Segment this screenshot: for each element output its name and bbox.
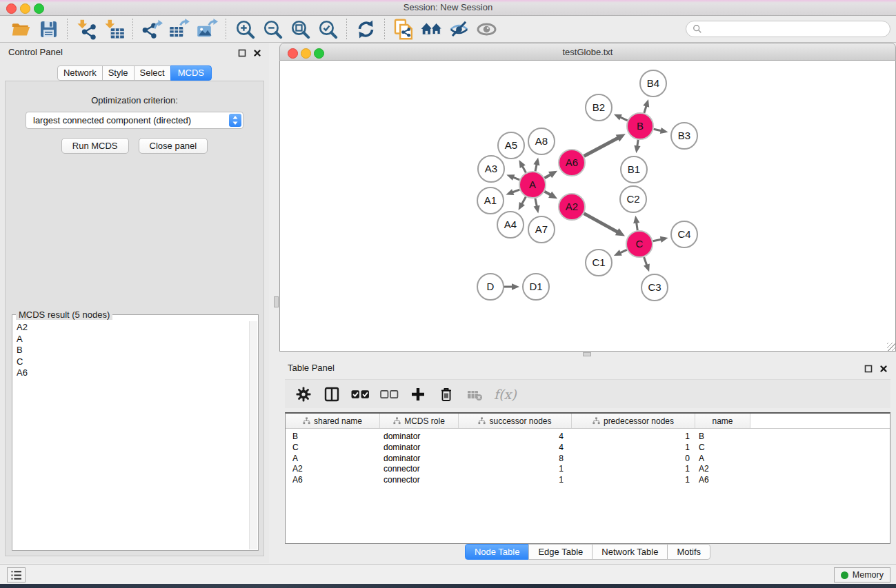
deselect-all-rows-button[interactable] [380,385,399,404]
network-window-titlebar[interactable]: testGlobe.txt [279,43,896,61]
import-table-from-file-button[interactable] [100,17,128,41]
tab-node-table[interactable]: Node Table [465,544,530,560]
table-cell[interactable]: 1 [572,432,695,443]
zoom-fit-content-button[interactable] [286,17,314,41]
mcds-result-item[interactable]: C [17,356,258,368]
column-header-name[interactable]: name [695,414,750,428]
graph-edge-A-A1[interactable] [506,189,519,195]
table-cell[interactable]: connector [380,464,459,475]
graph-node-B2[interactable]: B2 [586,94,612,121]
mcds-result-item[interactable]: A [17,334,258,345]
table-row[interactable]: Adominator80A [286,454,890,465]
tab-style[interactable]: Style [102,65,135,81]
table-cell[interactable]: A [695,454,750,465]
graph-node-A6[interactable]: A6 [559,150,585,176]
table-cell[interactable]: A6 [286,475,380,486]
table-cell[interactable]: A6 [695,475,750,486]
hide-graphics-details-button[interactable] [445,17,472,41]
table-cell[interactable]: B [695,432,750,443]
graph-node-A5[interactable]: A5 [498,132,524,159]
zoom-in-button[interactable] [231,17,259,41]
show-panels-menu-button[interactable] [7,567,26,582]
network-canvas[interactable]: B4B2BB3B1A5A8A6A3AA1C2A2A4A7C4CC1C3DD1 [279,61,896,352]
graph-node-D1[interactable]: D1 [523,274,549,300]
mcds-result-item[interactable]: B [17,345,258,356]
export-image-button[interactable] [193,17,221,41]
graph-edge-A2-C[interactable] [584,214,625,236]
mcds-result-item[interactable]: A6 [17,367,258,379]
graph-edge-A-A3[interactable] [506,174,519,181]
tab-network[interactable]: Network [57,65,103,81]
delete-columns-button[interactable] [437,385,455,404]
graph-edge-A-A8[interactable] [533,158,539,172]
float-panel-icon[interactable] [237,48,247,58]
graph-edge-B-B1[interactable] [634,140,640,153]
table-cell[interactable]: 1 [572,475,695,486]
table-cell[interactable]: A2 [695,464,750,475]
table-cell[interactable]: 0 [572,454,695,465]
graph-node-A[interactable]: A [519,172,546,198]
open-session-button[interactable] [7,17,34,41]
table-close-panel-icon[interactable] [879,364,888,374]
table-float-panel-icon[interactable] [864,364,873,374]
new-network-from-selection-button[interactable] [390,17,417,41]
column-header-shared-name[interactable]: shared name [286,414,380,428]
table-cell[interactable]: C [695,443,750,454]
table-row[interactable]: Cdominator41C [286,443,890,454]
zoom-selected-button[interactable] [314,17,341,41]
graph-edge-C-C3[interactable] [644,257,650,272]
graph-node-A7[interactable]: A7 [528,216,555,243]
graph-edge-B-B4[interactable] [643,99,649,113]
close-panel-icon[interactable] [252,48,262,58]
graph-edge-B-B2[interactable] [614,114,628,121]
graph-node-B4[interactable]: B4 [640,70,666,97]
graph-node-C1[interactable]: C1 [586,250,612,276]
import-network-from-file-button[interactable] [72,17,100,41]
search-input[interactable] [706,22,890,36]
graph-edge-C-C2[interactable] [633,216,639,230]
table-cell[interactable]: 1 [459,475,572,486]
column-header-predecessor-nodes[interactable]: predecessor nodes [572,414,695,428]
graph-edge-A-A7[interactable] [534,199,540,214]
graph-node-A4[interactable]: A4 [497,212,524,238]
table-cell[interactable]: 8 [459,454,572,465]
table-cell[interactable]: dominator [380,443,459,454]
show-column-panel-button[interactable] [323,385,341,404]
tab-edge-table[interactable]: Edge Table [528,544,593,560]
graph-node-A2[interactable]: A2 [559,194,585,220]
graph-node-A1[interactable]: A1 [477,187,504,214]
tab-motifs[interactable]: Motifs [667,544,710,560]
optimization-criterion-select[interactable]: largest connected component (directed) [26,112,243,129]
table-cell[interactable]: 1 [459,464,572,475]
first-neighbors-button[interactable] [417,17,445,41]
graph-node-B3[interactable]: B3 [671,123,697,149]
graph-edge-C-C1[interactable] [614,250,627,256]
graph-edge-A6-B[interactable] [584,134,626,156]
add-column-button[interactable] [409,385,427,404]
table-settings-button[interactable] [295,385,312,404]
graph-node-C2[interactable]: C2 [620,186,646,212]
table-cell[interactable]: C [286,443,380,454]
horizontal-splitter-handle[interactable] [583,352,591,356]
graph-edge-A-A6[interactable] [544,171,557,178]
memory-button[interactable]: Memory [834,567,890,582]
table-cell[interactable]: A2 [286,464,380,475]
tab-network-table[interactable]: Network Table [592,544,668,560]
table-cell[interactable]: A [286,454,380,465]
graph-node-C[interactable]: C [626,231,653,257]
graph-edge-A-A2[interactable] [544,192,557,199]
column-header-successor-nodes[interactable]: successor nodes [459,414,572,428]
tab-mcds[interactable]: MCDS [170,65,212,81]
table-cell[interactable]: connector [380,475,459,486]
graph-node-B[interactable]: B [627,113,653,139]
save-session-button[interactable] [34,17,62,41]
table-cell[interactable]: dominator [380,454,459,465]
select-all-rows-button[interactable] [351,385,370,404]
table-cell[interactable]: 4 [459,432,572,443]
search-box[interactable] [686,21,890,37]
table-cell[interactable]: B [286,432,380,443]
graph-node-D[interactable]: D [477,274,504,300]
column-header-mcds-role[interactable]: MCDS role [380,414,459,428]
run-mcds-button[interactable]: Run MCDS [61,138,129,154]
table-cell[interactable]: 1 [572,464,695,475]
